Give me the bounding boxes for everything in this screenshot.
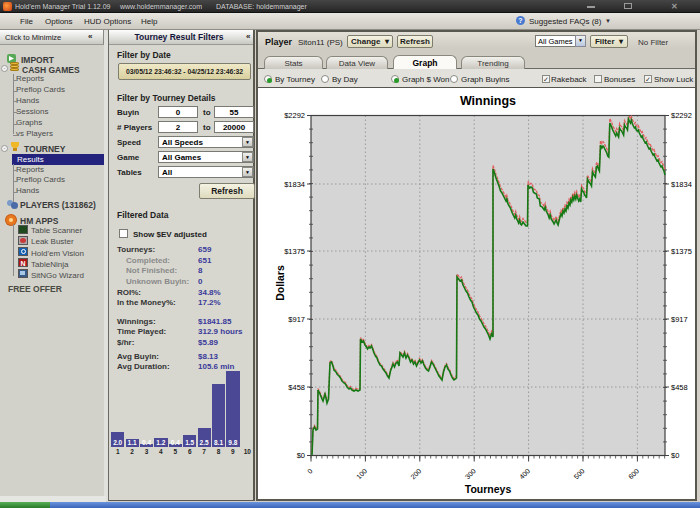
- svg-text:Tourneys: Tourneys: [465, 483, 512, 495]
- svg-text:$1834: $1834: [671, 180, 692, 189]
- svg-text:Winnings: Winnings: [460, 94, 516, 108]
- svg-text:$917: $917: [288, 315, 305, 324]
- svg-text:$1375: $1375: [671, 247, 692, 256]
- svg-text:$1834: $1834: [284, 180, 305, 189]
- svg-text:$917: $917: [671, 315, 688, 324]
- svg-text:$458: $458: [671, 383, 688, 392]
- svg-text:$458: $458: [288, 383, 305, 392]
- svg-text:$2292: $2292: [671, 111, 692, 120]
- svg-text:$1375: $1375: [284, 247, 305, 256]
- svg-text:$0: $0: [671, 451, 679, 460]
- svg-text:$2292: $2292: [284, 111, 305, 120]
- svg-text:$0: $0: [297, 451, 305, 460]
- svg-text:Dollars: Dollars: [274, 265, 286, 301]
